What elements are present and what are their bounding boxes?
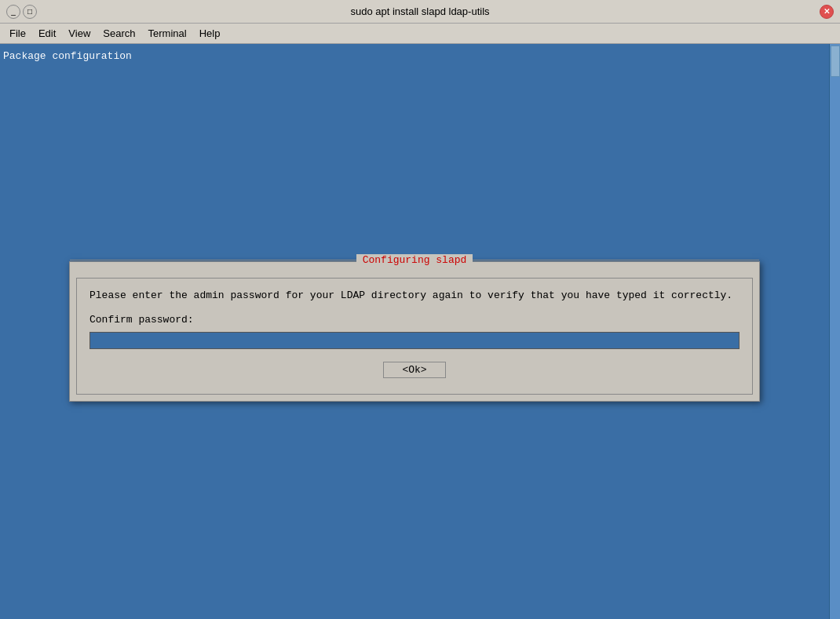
menu-view[interactable]: View bbox=[62, 26, 97, 41]
dialog-content: Please enter the admin password for your… bbox=[76, 278, 753, 395]
terminal-area: Package configuration Configuring slapd … bbox=[0, 44, 840, 619]
dialog-ok-section: <Ok> bbox=[89, 362, 740, 381]
dialog-title-line-left bbox=[70, 260, 356, 260]
minimize-icon: _ bbox=[11, 7, 16, 16]
dialog-title-bar: Configuring slapd bbox=[70, 254, 759, 266]
maximize-icon: □ bbox=[27, 7, 32, 16]
menu-file[interactable]: File bbox=[3, 26, 32, 41]
maximize-button[interactable]: □ bbox=[23, 5, 37, 19]
close-button[interactable]: ✕ bbox=[820, 5, 834, 19]
confirm-password-label: Confirm password: bbox=[89, 314, 740, 326]
dialog-title-text: Configuring slapd bbox=[356, 254, 473, 266]
title-bar: _ □ sudo apt install slapd ldap-utils ✕ bbox=[0, 0, 840, 24]
menu-terminal[interactable]: Terminal bbox=[142, 26, 193, 41]
minimize-button[interactable]: _ bbox=[6, 5, 20, 19]
scrollbar-thumb[interactable] bbox=[831, 46, 840, 77]
menu-bar: File Edit View Search Terminal Help bbox=[0, 24, 840, 44]
window-title: sudo apt install slapd ldap-utils bbox=[50, 5, 790, 17]
menu-edit[interactable]: Edit bbox=[32, 26, 62, 41]
dialog-overlay: Configuring slapd Please enter the admin… bbox=[0, 44, 829, 619]
dialog-title-line-right bbox=[473, 260, 759, 260]
ok-button[interactable]: <Ok> bbox=[383, 362, 446, 378]
scrollbar[interactable] bbox=[829, 44, 840, 619]
close-icon: ✕ bbox=[824, 7, 830, 16]
dialog-message: Please enter the admin password for your… bbox=[89, 288, 740, 304]
menu-help[interactable]: Help bbox=[193, 26, 227, 41]
password-input[interactable] bbox=[89, 332, 740, 349]
configure-slapd-dialog: Configuring slapd Please enter the admin… bbox=[69, 261, 760, 402]
menu-search[interactable]: Search bbox=[97, 26, 141, 41]
